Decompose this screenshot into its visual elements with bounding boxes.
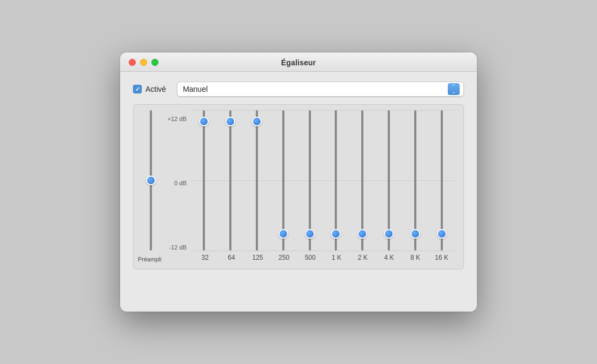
freq-label-8k: 8 K — [402, 254, 429, 264]
top-controls: Activé Manuel Basses accentuées Classiqu… — [133, 82, 464, 97]
freq-labels: 32 64 125 250 500 1 K 2 K 4 K 8 K 16 K — [192, 254, 455, 264]
band-250-thumb[interactable] — [278, 229, 288, 239]
band-64-track — [229, 110, 231, 251]
title-bar: Égaliseur — [120, 52, 477, 72]
band-32-track — [203, 110, 205, 251]
preampli-track-container — [138, 110, 164, 251]
equalizer-window: Égaliseur Activé Manuel Basses accentuée… — [120, 52, 477, 312]
db-labels-spacer — [165, 254, 192, 264]
db-label-minus12: -12 dB — [169, 244, 187, 251]
freq-label-2k: 2 K — [350, 254, 376, 264]
band-32-track-container — [191, 110, 217, 251]
band-1k-col — [323, 110, 349, 251]
freq-label-64: 64 — [218, 254, 245, 264]
band-250-col — [270, 110, 296, 251]
freq-label-1k: 1 K — [323, 254, 350, 264]
band-2k-track — [361, 110, 363, 251]
freq-label-4k: 4 K — [376, 254, 402, 264]
close-button[interactable] — [129, 59, 136, 66]
preset-select-wrapper: Manuel Basses accentuées Classique Dance… — [177, 82, 464, 97]
freq-label-32: 32 — [192, 254, 218, 264]
band-32-col — [191, 110, 217, 251]
band-64-col — [217, 110, 244, 251]
db-label-plus12: +12 dB — [168, 116, 187, 122]
band-8k-thumb[interactable] — [410, 229, 420, 239]
band-125-track — [256, 110, 258, 251]
band-500-track-container — [296, 110, 323, 251]
band-125-thumb[interactable] — [252, 117, 262, 126]
band-125-col — [244, 110, 270, 251]
freq-labels-row: Préampli 32 64 125 250 500 1 K 2 K 4 K 8… — [138, 251, 455, 264]
band-1k-track — [335, 110, 337, 251]
freq-label-250: 250 — [271, 254, 297, 264]
window-title: Égaliseur — [281, 58, 316, 67]
band-64-track-container — [217, 110, 244, 251]
band-8k-col — [402, 110, 428, 251]
preampli-column — [138, 110, 164, 251]
preampli-track — [150, 110, 152, 251]
maximize-button[interactable] — [151, 59, 158, 66]
band-4k-thumb[interactable] — [384, 229, 394, 239]
sliders-container: +12 dB 0 dB -12 dB — [138, 110, 455, 251]
band-500-thumb[interactable] — [305, 229, 315, 239]
active-label: Activé — [145, 85, 166, 93]
band-64-thumb[interactable] — [225, 117, 235, 126]
band-125-track-container — [244, 110, 270, 251]
preset-select[interactable]: Manuel Basses accentuées Classique Dance… — [177, 82, 464, 97]
band-2k-col — [349, 110, 376, 251]
traffic-lights — [129, 59, 158, 66]
band-16k-thumb[interactable] — [437, 229, 447, 239]
band-250-track — [282, 110, 284, 251]
band-500-track — [309, 110, 311, 251]
freq-label-16k: 16 K — [428, 254, 455, 264]
band-1k-thumb[interactable] — [331, 229, 341, 239]
band-4k-track — [388, 110, 390, 251]
db-labels: +12 dB 0 dB -12 dB — [164, 110, 191, 251]
active-checkbox-label[interactable]: Activé — [133, 85, 166, 93]
band-1k-track-container — [323, 110, 349, 251]
band-2k-track-container — [349, 110, 376, 251]
equalizer-area: +12 dB 0 dB -12 dB — [133, 104, 464, 269]
preampli-freq-spacer: Préampli — [138, 254, 165, 264]
db-label-0: 0 dB — [174, 180, 187, 186]
band-4k-col — [376, 110, 402, 251]
freq-label-500: 500 — [297, 254, 323, 264]
freq-label-125: 125 — [244, 254, 271, 264]
band-16k-track-container — [428, 110, 455, 251]
band-500-col — [296, 110, 323, 251]
eq-sliders-grid — [191, 110, 455, 251]
band-16k-col — [428, 110, 455, 251]
band-2k-thumb[interactable] — [357, 229, 367, 239]
minimize-button[interactable] — [140, 59, 147, 66]
preampli-thumb[interactable] — [146, 176, 156, 185]
content-area: Activé Manuel Basses accentuées Classiqu… — [120, 72, 477, 282]
active-checkbox[interactable] — [133, 85, 142, 93]
preampli-freq-label: Préampli — [138, 256, 161, 262]
band-4k-track-container — [376, 110, 402, 251]
band-8k-track-container — [402, 110, 428, 251]
band-8k-track — [414, 110, 416, 251]
band-250-track-container — [270, 110, 296, 251]
band-32-thumb[interactable] — [199, 117, 209, 126]
band-16k-track — [441, 110, 443, 251]
